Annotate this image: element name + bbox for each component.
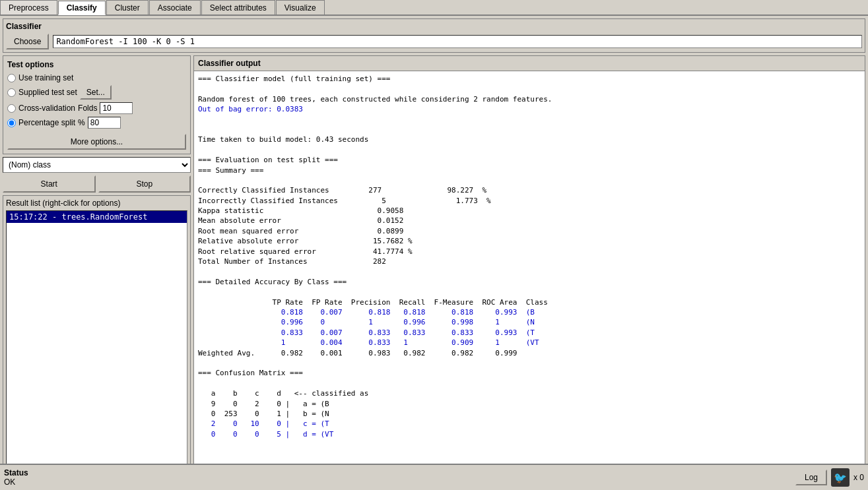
choose-button[interactable]: Choose (6, 34, 49, 49)
body-section: Test options Use training set Supplied t… (3, 55, 865, 487)
classifier-output-panel: Classifier output === Classifier model (… (193, 55, 865, 487)
radio-supplied-test-set-input[interactable] (7, 88, 16, 97)
tab-select-attributes[interactable]: Select attributes (201, 0, 275, 15)
result-list: 15:17:22 - trees.RandomForest (6, 210, 187, 481)
tab-preprocess-label: Preprocess (9, 3, 49, 13)
class-selector[interactable]: (Nom) class (3, 157, 191, 173)
tab-classify-label: Classify (67, 3, 97, 13)
result-list-title: Result list (right-click for options) (6, 199, 187, 208)
tab-cluster[interactable]: Cluster (106, 0, 149, 15)
start-stop-row: Start Stop (3, 175, 191, 193)
classifier-row: Choose RandomForest -I 100 -K 0 -S 1 (6, 34, 862, 49)
tab-visualize-label: Visualize (284, 3, 316, 13)
left-panel: Test options Use training set Supplied t… (3, 55, 191, 487)
tab-cluster-label: Cluster (115, 3, 140, 13)
x0-label: x 0 (853, 473, 864, 482)
tab-preprocess[interactable]: Preprocess (0, 0, 57, 15)
folds-input[interactable] (100, 102, 133, 114)
status-left: Status OK (4, 468, 28, 487)
tab-classify[interactable]: Classify (58, 1, 106, 15)
tab-bar: Preprocess Classify Cluster Associate Se… (0, 0, 868, 16)
stop-button[interactable]: Stop (98, 175, 191, 193)
result-item[interactable]: 15:17:22 - trees.RandomForest (7, 211, 187, 223)
status-label: Status (4, 468, 28, 477)
radio-use-training-set-label: Use training set (18, 73, 73, 82)
status-value: OK (4, 477, 28, 487)
radio-percentage-split-input[interactable] (7, 119, 16, 127)
status-bar: Status OK Log 🐦 x 0 (0, 464, 868, 490)
tab-associate[interactable]: Associate (149, 0, 201, 15)
weka-icon: 🐦 (831, 468, 850, 487)
tab-select-attributes-label: Select attributes (210, 3, 267, 13)
radio-use-training-set-input[interactable] (7, 74, 16, 82)
tab-visualize[interactable]: Visualize (276, 0, 325, 15)
radio-use-training-set: Use training set (7, 73, 186, 82)
more-options-button[interactable]: More options... (7, 134, 186, 150)
result-list-box: Result list (right-click for options) 15… (3, 195, 191, 487)
output-content[interactable]: === Classifier model (full training set)… (194, 71, 865, 487)
output-title: Classifier output (194, 56, 865, 71)
test-options-title: Test options (7, 60, 186, 69)
result-item-label: 15:17:22 - trees.RandomForest (9, 212, 148, 222)
percent-input[interactable] (88, 117, 121, 129)
radio-cross-validation-label: Cross-validation (18, 104, 75, 113)
start-button[interactable]: Start (3, 175, 96, 193)
classifier-section: Classifier Choose RandomForest -I 100 -K… (3, 18, 865, 53)
classifier-title: Classifier (6, 22, 862, 31)
radio-percentage-split-label: Percentage split (18, 118, 75, 127)
tab-associate-label: Associate (158, 3, 192, 13)
class-selector-row: (Nom) class (3, 157, 191, 173)
radio-supplied-test-set-label: Supplied test set (18, 88, 77, 97)
radio-percentage-split: Percentage split % (7, 117, 186, 129)
percent-symbol: % (78, 118, 85, 127)
set-button[interactable]: Set... (80, 85, 112, 100)
log-button[interactable]: Log (795, 470, 827, 485)
radio-supplied-test-set: Supplied test set Set... (7, 85, 186, 100)
main-content: Classifier Choose RandomForest -I 100 -K… (0, 16, 868, 490)
radio-cross-validation: Cross-validation Folds (7, 102, 186, 114)
folds-label: Folds (78, 104, 97, 113)
test-options-box: Test options Use training set Supplied t… (3, 55, 191, 154)
radio-cross-validation-input[interactable] (7, 104, 16, 113)
classifier-name: RandomForest -I 100 -K 0 -S 1 (53, 35, 862, 48)
status-right: Log 🐦 x 0 (795, 468, 864, 487)
